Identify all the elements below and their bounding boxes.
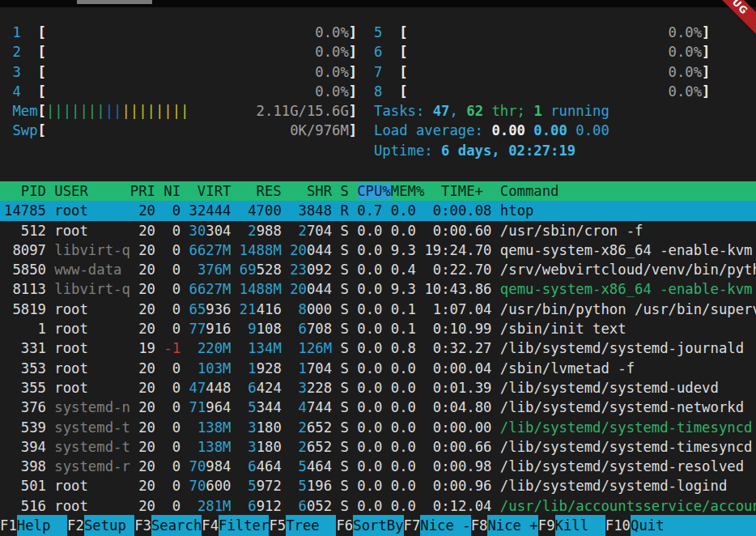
fn-key-f6[interactable]: F6 — [336, 515, 353, 536]
fn-key-f2[interactable]: F2 — [67, 515, 84, 536]
window-top-strip — [0, 0, 756, 7]
process-row-353[interactable]: 353 root 20 0 103M 1928 1704 S 0.0 0.0 0… — [0, 359, 756, 378]
fn-button-quit[interactable]: Quit — [631, 515, 681, 536]
process-row-8097[interactable]: 8097 libvirt-q 20 0 6627M 1488M 20044 S … — [0, 240, 756, 260]
process-row-355[interactable]: 355 root 20 0 47448 6424 3228 S 0.0 0.0 … — [0, 378, 756, 398]
fn-key-f3[interactable]: F3 — [134, 515, 151, 536]
uptime-row: Uptime: 6 days, 02:27:19 — [4, 141, 756, 160]
process-row-1[interactable]: 1 root 20 0 77916 9108 6708 S 0.0 0.1 0:… — [0, 319, 756, 338]
process-row-539[interactable]: 539 systemd-t 20 0 138M 3180 2652 S 0.0 … — [0, 418, 756, 437]
htop-terminal: UG 1 [ 0.0%] 5 [ 0.0%] 2 [ 0.0%] 6 [ 0.0… — [0, 0, 756, 536]
fn-button-nice-[interactable]: Nice - — [420, 515, 470, 536]
cpu-meter-row-4: 4 [ 0.0%] 8 [ 0.0%] — [4, 82, 756, 101]
fnbar-filler — [681, 515, 756, 536]
fn-key-f7[interactable]: F7 — [404, 515, 421, 536]
process-row-5850[interactable]: 5850 www-data 20 0 376M 69528 23092 S 0.… — [0, 260, 756, 279]
process-row-376[interactable]: 376 systemd-n 20 0 71964 5344 4744 S 0.0… — [0, 398, 756, 417]
fn-key-f9[interactable]: F9 — [538, 515, 555, 536]
cpu-meter-row-1: 1 [ 0.0%] 5 [ 0.0%] — [4, 23, 756, 42]
process-row-501[interactable]: 501 root 20 0 70600 5972 5196 S 0.0 0.0 … — [0, 476, 756, 496]
process-row-14785[interactable]: 14785 root 20 0 32444 4700 3848 R 0.7 0.… — [0, 201, 756, 220]
process-row-512[interactable]: 512 root 20 0 30304 2988 2704 S 0.0 0.0 … — [0, 221, 756, 240]
fn-key-f5[interactable]: F5 — [269, 515, 286, 536]
process-row-331[interactable]: 331 root 19 -1 220M 134M 126M S 0.0 0.8 … — [0, 338, 756, 358]
process-row-394[interactable]: 394 systemd-t 20 0 138M 3180 2652 S 0.0 … — [0, 437, 756, 457]
process-row-5819[interactable]: 5819 root 20 0 65936 21416 8000 S 0.0 0.… — [0, 300, 756, 319]
fn-button-nice-[interactable]: Nice + — [487, 515, 537, 536]
fn-button-sortby[interactable]: SortBy — [353, 515, 403, 536]
fn-button-tree[interactable]: Tree — [286, 515, 336, 536]
fn-button-filter[interactable]: Filter — [219, 515, 269, 536]
fn-button-setup[interactable]: Setup — [84, 515, 134, 536]
swap-meter-row: Swp[ 0K/976M] Load average: 0.00 0.00 0.… — [4, 121, 756, 140]
sort-column-header[interactable]: CPU% — [357, 183, 391, 199]
cpu-meter-row-2: 2 [ 0.0%] 6 [ 0.0%] — [4, 42, 756, 62]
mem-meter-row: Mem[||||||||||||||||| 2.11G/15.6G] Tasks… — [4, 101, 756, 121]
fn-key-f10[interactable]: F10 — [605, 515, 631, 536]
process-row-8113[interactable]: 8113 libvirt-q 20 0 6627M 1488M 20044 S … — [0, 279, 756, 299]
process-table: PID USER PRI NI VIRT RES SHR S CPU%MEM% … — [0, 181, 756, 516]
function-key-bar: F1Help F2Setup F3SearchF4FilterF5Tree F6… — [0, 515, 756, 536]
window-tab-fragment — [77, 0, 152, 4]
fn-key-f4[interactable]: F4 — [202, 515, 219, 536]
fn-button-search[interactable]: Search — [151, 515, 202, 536]
fn-key-f8[interactable]: F8 — [471, 515, 488, 536]
fn-button-help[interactable]: Help — [17, 515, 67, 536]
cpu-meter-row-3: 3 [ 0.0%] 7 [ 0.0%] — [4, 62, 756, 82]
fn-key-f1[interactable]: F1 — [0, 515, 17, 536]
fn-button-kill[interactable]: Kill — [555, 515, 605, 536]
table-header[interactable]: PID USER PRI NI VIRT RES SHR S CPU%MEM% … — [0, 181, 756, 201]
process-row-398[interactable]: 398 systemd-r 20 0 70984 6464 5464 S 0.0… — [0, 457, 756, 476]
meters-panel: 1 [ 0.0%] 5 [ 0.0%] 2 [ 0.0%] 6 [ 0.0%] … — [4, 23, 756, 160]
process-row-516[interactable]: 516 root 20 0 281M 6912 6052 S 0.0 0.0 0… — [0, 496, 756, 516]
